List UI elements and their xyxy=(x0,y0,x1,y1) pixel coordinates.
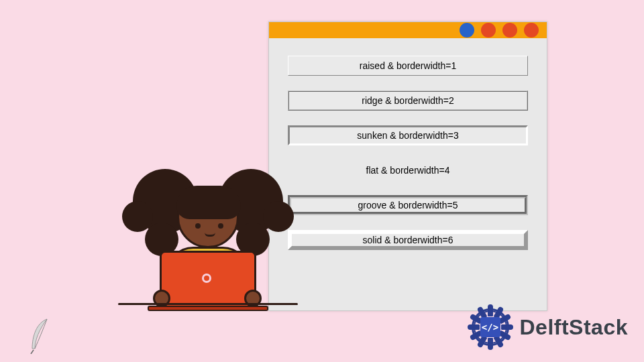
demo-window: raised & borderwidth=1 ridge & borderwid… xyxy=(268,21,547,311)
brand-logo: </> DelftStack xyxy=(468,304,629,350)
label-sunken: sunken & borderwidth=3 xyxy=(288,125,528,145)
maximize-button[interactable] xyxy=(481,23,496,38)
label-raised: raised & borderwidth=1 xyxy=(288,56,528,76)
label-solid: solid & borderwidth=6 xyxy=(288,230,528,250)
titlebar xyxy=(269,22,547,38)
illustration-girl-laptop xyxy=(118,162,298,326)
label-flat: flat & borderwidth=4 xyxy=(288,160,528,180)
svg-line-0 xyxy=(31,350,34,354)
feather-icon xyxy=(27,316,54,354)
brand-name: DelftStack xyxy=(520,315,629,340)
brand-mark-icon: </> xyxy=(468,304,513,350)
laptop-icon xyxy=(160,251,256,308)
close-button[interactable] xyxy=(524,23,539,38)
window-body: raised & borderwidth=1 ridge & borderwid… xyxy=(269,38,547,267)
restore-button[interactable] xyxy=(502,23,517,38)
brand-code-icon: </> xyxy=(480,317,500,337)
label-ridge: ridge & borderwidth=2 xyxy=(288,90,528,111)
label-groove: groove & borderwidth=5 xyxy=(288,195,528,215)
minimize-button[interactable] xyxy=(460,23,474,38)
